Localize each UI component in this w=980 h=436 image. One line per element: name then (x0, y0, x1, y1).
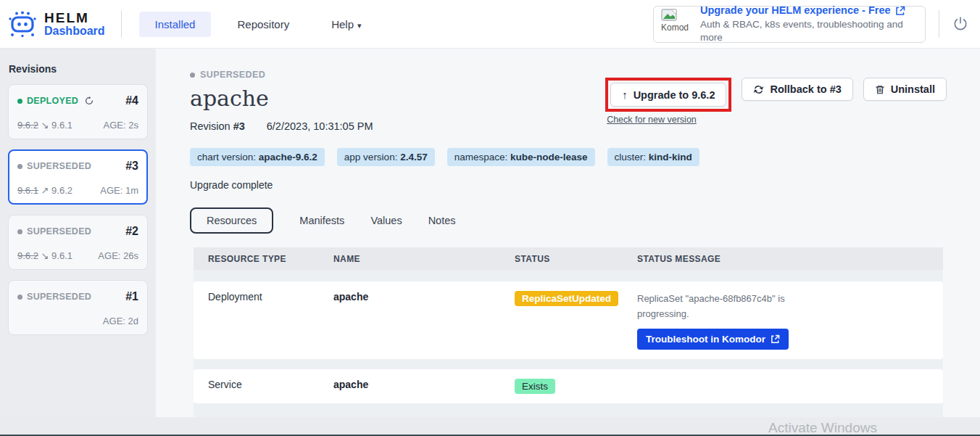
komodor-broken-image: Komod (661, 9, 693, 39)
external-link-icon (895, 6, 905, 16)
revision-date: 6/2/2023, 10:31:05 PM (267, 120, 373, 132)
nav-repository[interactable]: Repository (221, 12, 305, 37)
banner-subtitle: Auth & RBAC, k8s events, troubleshooting… (700, 18, 918, 44)
col-status: STATUS (515, 254, 637, 264)
revision-card-4[interactable]: DEPLOYED #4 9.6.2 ↘ 9.6.1 AGE: 2s (8, 84, 148, 139)
helm-dashboard-logo[interactable]: HELM Dashboard (7, 9, 105, 38)
resource-name-cell: apache (333, 291, 515, 303)
status-badge: ReplicaSetUpdated (515, 291, 618, 306)
cluster-badge: cluster: kind-kind (607, 148, 699, 166)
external-link-icon (771, 334, 780, 344)
revision-card-1[interactable]: SUPERSEDED #1 AGE: 2d (8, 280, 148, 335)
status-dot-icon (17, 295, 22, 300)
main-nav: Installed Repository Help▾ (139, 12, 378, 37)
revision-status: DEPLOYED (17, 96, 94, 106)
power-icon[interactable] (952, 16, 968, 32)
revision-versions: 9.6.2 ↘ 9.6.1 (17, 120, 72, 131)
revision-age: AGE: 26s (98, 250, 138, 261)
arrow-down-right-icon: ↘ (41, 120, 49, 131)
nav-help[interactable]: Help▾ (315, 12, 377, 37)
troubleshoot-button[interactable]: Troubleshoot in Komodor (637, 329, 789, 350)
status-dot-icon (17, 229, 22, 234)
namespace-badge: namespace: kube-node-lease (447, 148, 595, 166)
revisions-title: Revisions (7, 63, 149, 75)
nav-installed[interactable]: Installed (139, 12, 212, 37)
release-detail-panel: SUPERSEDED apache Revision #3 6/2/2023, … (156, 49, 980, 417)
topbar-divider (121, 10, 122, 38)
revision-versions: 9.6.1 ↗ 9.6.2 (17, 185, 72, 196)
revision-number: #2 (125, 225, 138, 238)
logo-title: HELM (44, 11, 105, 25)
release-description: Upgrade complete (190, 179, 980, 191)
logo-subtitle: Dashboard (44, 25, 105, 38)
table-row-deployment: Deployment apache ReplicaSetUpdated Repl… (194, 281, 943, 359)
chevron-down-icon: ▾ (357, 21, 362, 30)
revision-age: AGE: 2s (104, 120, 138, 131)
revision-number: #3 (125, 160, 138, 173)
upgrade-button[interactable]: ↑ Upgrade to 9.6.2 (610, 83, 726, 107)
detail-tabs: Resources Manifests Values Notes (190, 207, 980, 234)
activate-windows-watermark: Activate Windows (768, 420, 877, 436)
status-badge: Exists (515, 379, 555, 394)
banner-title[interactable]: Upgrade your HELM experience - Free (700, 4, 918, 18)
status-dot-icon (17, 99, 22, 104)
reload-icon[interactable] (84, 96, 94, 106)
annotation-highlight-box: ↑ Upgrade to 9.6.2 (605, 78, 731, 112)
topbar-divider (939, 10, 939, 38)
chart-version-badge: chart version: apache-9.6.2 (190, 148, 325, 166)
tab-notes[interactable]: Notes (428, 215, 456, 226)
col-resource-type: RESOURCE TYPE (208, 254, 333, 264)
revision-versions: 9.6.2 ↘ 9.6.1 (17, 250, 72, 261)
uninstall-button[interactable]: Uninstall (863, 78, 947, 101)
tab-values[interactable]: Values (370, 215, 402, 226)
revisions-sidebar: Revisions DEPLOYED #4 9.6.2 ↘ 9.6.1 AGE:… (0, 49, 156, 417)
status-message-text: ReplicaSet "apache-68fb867c4b" is progre… (637, 291, 793, 322)
revision-card-2[interactable]: SUPERSEDED #2 9.6.2 ↘ 9.6.1 AGE: 26s (8, 215, 148, 270)
revision-status: SUPERSEDED (17, 292, 91, 302)
arrow-up-right-icon: ↗ (41, 185, 49, 196)
resource-name-cell: apache (333, 379, 515, 390)
tab-manifests[interactable]: Manifests (299, 215, 344, 226)
metadata-badges: chart version: apache-9.6.2 app version:… (190, 148, 980, 166)
trash-icon (875, 84, 885, 95)
revision-status: SUPERSEDED (17, 226, 91, 236)
revision-age: AGE: 1m (100, 185, 138, 196)
revision-card-3-selected[interactable]: SUPERSEDED #3 9.6.1 ↗ 9.6.2 AGE: 1m (8, 149, 148, 205)
komodor-promo-banner[interactable]: Komod Upgrade your HELM experience - Fre… (653, 6, 926, 43)
check-new-version-link[interactable]: Check for new version (605, 115, 731, 125)
col-name: NAME (333, 254, 515, 264)
arrow-down-right-icon: ↘ (41, 250, 49, 261)
release-actions: ↑ Upgrade to 9.6.2 Check for new version… (605, 78, 947, 125)
revision-age: AGE: 2d (103, 316, 138, 326)
rollback-icon (753, 84, 764, 95)
top-bar: HELM Dashboard Installed Repository Help… (0, 0, 980, 49)
resource-type-cell: Service (208, 379, 333, 390)
resource-type-cell: Deployment (208, 291, 333, 303)
table-header-row: RESOURCE TYPE NAME STATUS STATUS MESSAGE (194, 247, 943, 270)
table-row-service: Service apache Exists (194, 369, 943, 403)
tab-resources[interactable]: Resources (190, 207, 273, 234)
status-dot-icon (17, 164, 22, 169)
arrow-up-icon: ↑ (622, 89, 628, 101)
app-version-badge: app version: 2.4.57 (337, 148, 435, 166)
revision-number: #4 (125, 94, 138, 107)
rollback-button[interactable]: Rollback to #3 (742, 78, 852, 101)
helm-logo-icon (7, 9, 38, 38)
revision-number: #1 (125, 290, 138, 303)
revision-status: SUPERSEDED (17, 161, 91, 171)
col-status-message: STATUS MESSAGE (637, 254, 943, 264)
resources-table: RESOURCE TYPE NAME STATUS STATUS MESSAGE… (194, 247, 943, 417)
status-dot-icon (190, 73, 195, 78)
